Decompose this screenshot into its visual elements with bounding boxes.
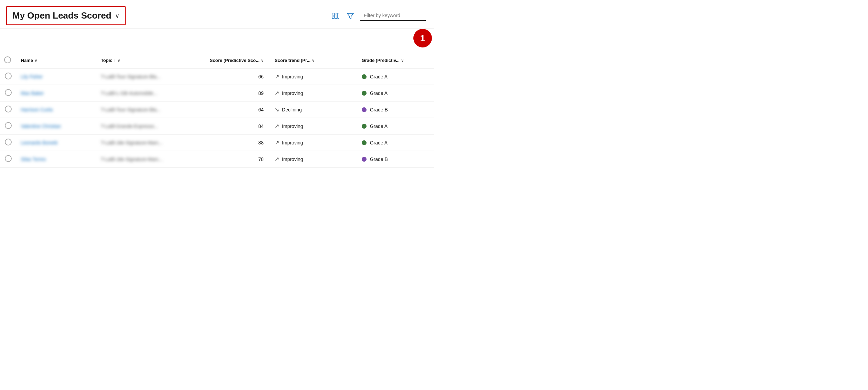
trend-arrow-4 bbox=[275, 139, 279, 146]
topic-text-4: T-LaBl-Jde-Signature-Marc... bbox=[101, 140, 163, 145]
grade-dot-1 bbox=[362, 91, 367, 96]
trend-label-4: Improving bbox=[282, 140, 303, 145]
row-trend-3: Improving bbox=[271, 118, 358, 134]
header-actions bbox=[330, 11, 426, 21]
title-area[interactable]: My Open Leads Scored ∨ bbox=[6, 6, 126, 25]
row-checkbox-5[interactable] bbox=[0, 151, 17, 167]
checkbox-circle-5[interactable] bbox=[5, 155, 12, 162]
grade-label-1: Grade A bbox=[370, 90, 388, 96]
col-header-name[interactable]: Name bbox=[17, 53, 97, 68]
grade-label-3: Grade A bbox=[370, 123, 388, 129]
row-checkbox-1[interactable] bbox=[0, 85, 17, 101]
grade-dot-2 bbox=[362, 107, 367, 112]
topic-text-3: T-LaBl-Grande-Expresso... bbox=[101, 123, 158, 129]
row-name-3[interactable]: Valentine Christian bbox=[17, 118, 97, 134]
table-header-row: Name Topic Score (Predictive Sc bbox=[0, 53, 434, 68]
checkbox-circle-3[interactable] bbox=[5, 122, 12, 129]
row-name-1[interactable]: Max Baker bbox=[17, 85, 97, 101]
checkbox-circle-0[interactable] bbox=[5, 73, 12, 79]
grade-label-2: Grade B bbox=[370, 107, 388, 112]
topic-asc-icon[interactable] bbox=[114, 58, 116, 63]
row-name-5[interactable]: Silas Torres bbox=[17, 151, 97, 167]
name-link-2[interactable]: Harrison Curtis bbox=[21, 107, 53, 112]
row-topic-0: T-LaBl-Tour-Signature-Bla... bbox=[97, 68, 187, 85]
table-row: Leonardo Bonetti T-LaBl-Jde-Signature-Ma… bbox=[0, 134, 434, 151]
topic-text-1: T-LaBl-L-GB-Automobile... bbox=[101, 90, 157, 96]
name-sort-icon[interactable] bbox=[34, 58, 37, 63]
col-header-topic[interactable]: Topic bbox=[97, 53, 187, 68]
grade-sort-icon[interactable] bbox=[401, 58, 404, 63]
row-score-3: 84 bbox=[187, 118, 271, 134]
svg-rect-1 bbox=[335, 13, 337, 19]
row-grade-4: Grade A bbox=[358, 134, 434, 151]
name-link-1[interactable]: Max Baker bbox=[21, 90, 44, 96]
table-body: Lily Fisher T-LaBl-Tour-Signature-Bla...… bbox=[0, 68, 434, 167]
col-header-checkbox[interactable] bbox=[0, 53, 17, 68]
trend-label-2: Declining bbox=[282, 107, 302, 112]
row-grade-3: Grade A bbox=[358, 118, 434, 134]
checkbox-circle-2[interactable] bbox=[5, 106, 12, 112]
row-trend-1: Improving bbox=[271, 85, 358, 101]
row-checkbox-2[interactable] bbox=[0, 101, 17, 118]
row-topic-5: T-LaBl-Jde-Signature-Marc... bbox=[97, 151, 187, 167]
score-sort-icon[interactable] bbox=[261, 58, 264, 63]
row-topic-1: T-LaBl-L-GB-Automobile... bbox=[97, 85, 187, 101]
trend-label-5: Improving bbox=[282, 156, 303, 162]
row-score-1: 89 bbox=[187, 85, 271, 101]
filter-button[interactable] bbox=[345, 11, 356, 21]
row-name-2[interactable]: Harrison Curtis bbox=[17, 101, 97, 118]
trend-label-1: Improving bbox=[282, 90, 303, 96]
checkbox-circle-1[interactable] bbox=[5, 89, 12, 96]
trend-arrow-3 bbox=[275, 123, 279, 129]
table-row: Silas Torres T-LaBl-Jde-Signature-Marc..… bbox=[0, 151, 434, 167]
title-dropdown-icon[interactable]: ∨ bbox=[115, 12, 119, 20]
page-container: My Open Leads Scored ∨ bbox=[0, 0, 434, 195]
annotation-badge-1: 1 bbox=[413, 29, 432, 47]
grade-dot-3 bbox=[362, 124, 367, 129]
name-link-0[interactable]: Lily Fisher bbox=[21, 74, 43, 79]
trend-sort-icon[interactable] bbox=[312, 58, 315, 63]
topic-sort-icon[interactable] bbox=[117, 58, 120, 63]
row-name-4[interactable]: Leonardo Bonetti bbox=[17, 134, 97, 151]
trend-arrow-5 bbox=[275, 156, 279, 162]
header-checkbox-circle[interactable] bbox=[4, 56, 11, 63]
svg-rect-2 bbox=[338, 13, 339, 19]
row-checkbox-3[interactable] bbox=[0, 118, 17, 134]
row-checkbox-4[interactable] bbox=[0, 134, 17, 151]
row-score-2: 64 bbox=[187, 101, 271, 118]
row-trend-0: Improving bbox=[271, 68, 358, 85]
trend-label-3: Improving bbox=[282, 123, 303, 129]
keyword-filter-input[interactable] bbox=[360, 11, 426, 21]
grade-label-5: Grade B bbox=[370, 156, 388, 162]
grade-label-4: Grade A bbox=[370, 140, 388, 145]
topic-text-5: T-LaBl-Jde-Signature-Marc... bbox=[101, 156, 163, 162]
trend-arrow-1 bbox=[275, 90, 279, 96]
row-topic-3: T-LaBl-Grande-Expresso... bbox=[97, 118, 187, 134]
trend-arrow-2 bbox=[275, 106, 279, 113]
row-topic-2: T-LaBl-Tour-Signature-Bla... bbox=[97, 101, 187, 118]
annotations-row: 1 2 3 bbox=[0, 29, 434, 53]
name-link-3[interactable]: Valentine Christian bbox=[21, 123, 61, 129]
table-row: Max Baker T-LaBl-L-GB-Automobile... 89 I… bbox=[0, 85, 434, 101]
col-header-grade[interactable]: Grade (Predictiv... bbox=[358, 53, 434, 68]
checkbox-circle-4[interactable] bbox=[5, 139, 12, 145]
row-grade-2: Grade B bbox=[358, 101, 434, 118]
row-checkbox-0[interactable] bbox=[0, 68, 17, 85]
row-score-0: 66 bbox=[187, 68, 271, 85]
col-header-score[interactable]: Score (Predictive Sco... bbox=[187, 53, 271, 68]
row-name-0[interactable]: Lily Fisher bbox=[17, 68, 97, 85]
table-row: Valentine Christian T-LaBl-Grande-Expres… bbox=[0, 118, 434, 134]
grade-dot-4 bbox=[362, 140, 367, 145]
header: My Open Leads Scored ∨ bbox=[0, 0, 434, 29]
table-row: Harrison Curtis T-LaBl-Tour-Signature-Bl… bbox=[0, 101, 434, 118]
row-grade-0: Grade A bbox=[358, 68, 434, 85]
col-header-trend[interactable]: Score trend (Pr... bbox=[271, 53, 358, 68]
row-score-4: 88 bbox=[187, 134, 271, 151]
edit-columns-button[interactable] bbox=[330, 11, 340, 21]
row-trend-4: Improving bbox=[271, 134, 358, 151]
page-title: My Open Leads Scored bbox=[12, 10, 112, 21]
name-link-4[interactable]: Leonardo Bonetti bbox=[21, 140, 58, 145]
trend-label-0: Improving bbox=[282, 74, 303, 79]
table-row: Lily Fisher T-LaBl-Tour-Signature-Bla...… bbox=[0, 68, 434, 85]
name-link-5[interactable]: Silas Torres bbox=[21, 156, 46, 162]
